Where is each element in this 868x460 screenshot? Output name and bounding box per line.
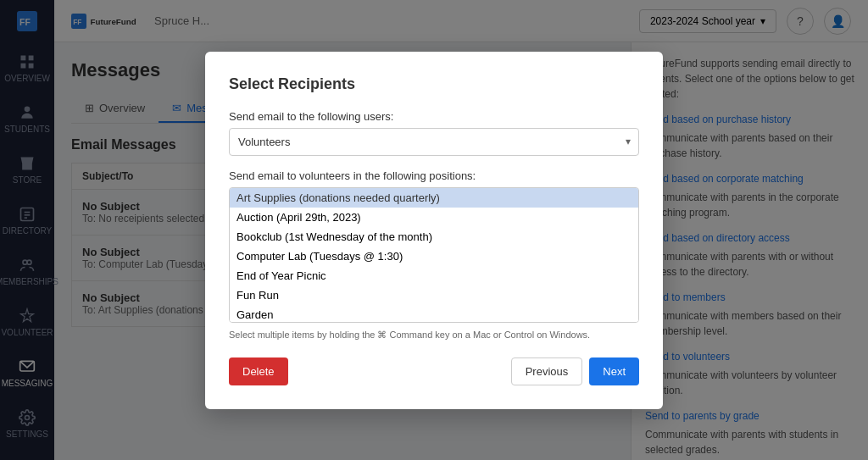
position-option-0: Art Supplies (donations needed quarterly… — [230, 188, 638, 208]
previous-button[interactable]: Previous — [511, 357, 583, 385]
send-to-select-wrapper: Volunteers Members Parents by Grade Pare… — [229, 128, 639, 156]
send-to-select[interactable]: Volunteers Members Parents by Grade Pare… — [229, 128, 639, 156]
position-option-1: Auction (April 29th, 2023) — [230, 208, 638, 227]
delete-button[interactable]: Delete — [229, 357, 288, 385]
positions-label: Send email to volunteers in the followin… — [229, 169, 639, 182]
position-option-4: End of Year Picnic — [230, 266, 638, 285]
send-to-label: Send email to the following users: — [229, 110, 639, 123]
modal-overlay[interactable]: Select Recipients Send email to the foll… — [0, 0, 868, 460]
positions-multiselect[interactable]: Art Supplies (donations needed quarterly… — [229, 187, 639, 323]
position-option-5: Fun Run — [230, 285, 638, 305]
modal-buttons: Delete Previous Next — [229, 357, 639, 385]
next-button[interactable]: Next — [589, 357, 639, 385]
position-option-3: Computer Lab (Tuesdays @ 1:30) — [230, 247, 638, 266]
select-recipients-modal: Select Recipients Send email to the foll… — [205, 52, 663, 409]
modal-title: Select Recipients — [229, 75, 639, 93]
position-option-6: Garden — [230, 305, 638, 323]
multiselect-hint: Select multiple items by holding the ⌘ C… — [229, 330, 639, 341]
position-option-2: Bookclub (1st Wednesday of the month) — [230, 227, 638, 247]
